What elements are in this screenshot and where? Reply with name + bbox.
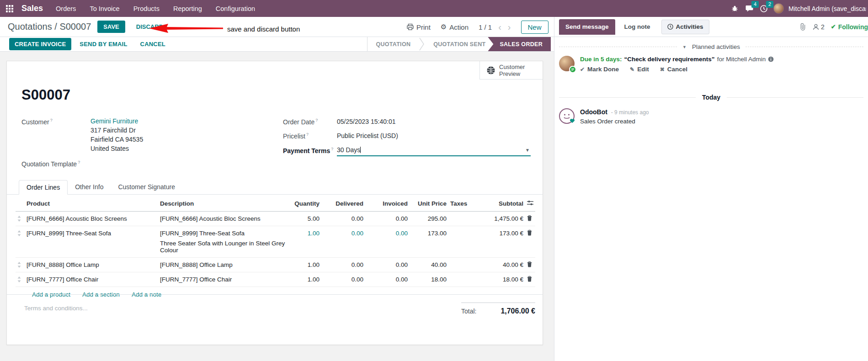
column-header-quantity[interactable]: Quantity	[291, 196, 321, 211]
new-button[interactable]: New	[521, 21, 548, 34]
pager-next-icon[interactable]: ›	[508, 22, 511, 32]
apps-grid-icon[interactable]	[6, 5, 13, 12]
cell-description[interactable]: [FURN_6666] Acoustic Bloc Screens	[158, 212, 291, 226]
cell-delivered[interactable]: 0.00	[321, 226, 365, 240]
cell-unit-price[interactable]: 295.00	[410, 212, 448, 226]
cell-invoiced[interactable]: 0.00	[365, 212, 410, 226]
payment-terms-input[interactable]: 30 Days ▼	[337, 146, 531, 156]
messages-icon[interactable]: 4	[744, 4, 754, 14]
tab-other-info[interactable]: Other Info	[68, 180, 111, 195]
log-note-button[interactable]: Log note	[618, 19, 657, 34]
edit-activity-button[interactable]: ✎Edit	[630, 66, 649, 73]
column-header-invoiced[interactable]: Invoiced	[365, 196, 410, 211]
cell-unit-price[interactable]: 40.00	[410, 258, 448, 272]
drag-handle-icon[interactable]	[16, 226, 25, 240]
cell-quantity[interactable]: 1.00	[291, 226, 321, 240]
pipeline-stage-quotation[interactable]: QUOTATION	[367, 37, 419, 51]
cell-product[interactable]: [FURN_7777] Office Chair	[25, 272, 158, 287]
order-line-row[interactable]: [FURN_6666] Acoustic Bloc Screens[FURN_6…	[16, 212, 535, 226]
column-header-taxes[interactable]: Taxes	[448, 196, 475, 211]
cell-invoiced[interactable]: 0.00	[365, 258, 410, 272]
following-button[interactable]: ✔ Following	[831, 23, 868, 31]
cell-quantity[interactable]: 1.00	[291, 258, 321, 272]
activities-button[interactable]: Activities	[661, 20, 709, 34]
delete-line-icon[interactable]	[525, 212, 535, 225]
cell-taxes[interactable]	[448, 226, 475, 234]
column-header-delivered[interactable]: Delivered	[321, 196, 365, 211]
drag-handle-icon[interactable]	[16, 212, 25, 225]
tab-customer-signature[interactable]: Customer Signature	[111, 180, 182, 195]
column-header-unit-price[interactable]: Unit Price	[410, 196, 448, 211]
tab-order-lines[interactable]: Order Lines	[19, 180, 68, 195]
collapse-caret-icon[interactable]: ▼	[682, 45, 687, 49]
menu-item-configuration[interactable]: Configuration	[216, 5, 255, 12]
cell-unit-price[interactable]: 173.00	[410, 226, 448, 240]
customer-preview-button[interactable]: Customer Preview	[479, 61, 543, 80]
dropdown-caret-icon[interactable]: ▼	[525, 148, 530, 153]
column-header-product[interactable]: Product	[25, 196, 158, 211]
drag-handle-icon[interactable]	[16, 258, 25, 271]
pager-prev-icon[interactable]: ‹	[498, 22, 501, 32]
menu-item-products[interactable]: Products	[133, 5, 160, 12]
order-line-row[interactable]: [FURN_8999] Three-Seat Sofa[FURN_8999] T…	[16, 226, 535, 258]
cell-product[interactable]: [FURN_8888] Office Lamp	[25, 258, 158, 272]
menu-item-to-invoice[interactable]: To Invoice	[90, 5, 119, 12]
cell-invoiced[interactable]: 0.00	[365, 272, 410, 287]
order-line-row[interactable]: [FURN_8888] Office Lamp[FURN_8888] Offic…	[16, 258, 535, 272]
debug-bug-icon[interactable]	[730, 4, 740, 14]
cell-invoiced[interactable]: 0.00	[365, 226, 410, 240]
cell-taxes[interactable]	[448, 212, 475, 219]
send-message-button[interactable]: Send message	[559, 19, 615, 35]
clock-icon	[667, 24, 673, 30]
cell-subtotal: 40.00 €	[475, 258, 525, 272]
mark-done-button[interactable]: ✔Mark Done	[580, 66, 619, 73]
activities-clock-icon[interactable]: 2	[759, 4, 769, 14]
cell-subtotal: 173.00 €	[475, 226, 525, 240]
cell-delivered[interactable]: 0.00	[321, 258, 365, 272]
delete-line-icon[interactable]	[525, 258, 535, 271]
order-date-value[interactable]: 05/25/2023 15:40:01	[337, 118, 395, 125]
breadcrumb[interactable]: Quotations / S00007	[8, 21, 91, 32]
user-avatar[interactable]	[773, 3, 784, 14]
cell-taxes[interactable]	[448, 258, 475, 265]
column-header-subtotal[interactable]: Subtotal	[475, 196, 525, 211]
info-icon[interactable]	[768, 56, 774, 62]
cell-quantity[interactable]: 1.00	[291, 272, 321, 287]
attachment-paperclip-icon[interactable]	[799, 23, 806, 31]
cell-taxes[interactable]	[448, 272, 475, 280]
cell-quantity[interactable]: 5.00	[291, 212, 321, 226]
delete-line-icon[interactable]	[525, 226, 535, 239]
cell-delivered[interactable]: 0.00	[321, 212, 365, 226]
cell-product[interactable]: [FURN_8999] Three-Seat Sofa	[25, 226, 158, 240]
cell-description[interactable]: [FURN_8999] Three-Seat SofaThree Seater …	[158, 226, 291, 257]
app-name[interactable]: Sales	[21, 4, 43, 13]
pricelist-value[interactable]: Public Pricelist (USD)	[337, 132, 398, 139]
save-button[interactable]: SAVE	[97, 21, 125, 33]
drag-handle-icon[interactable]	[16, 272, 25, 286]
cancel-button[interactable]: CANCEL	[136, 38, 170, 50]
cell-product[interactable]: [FURN_6666] Acoustic Bloc Screens	[25, 212, 158, 226]
menu-item-orders[interactable]: Orders	[56, 5, 76, 12]
pipeline-stage-quotation-sent[interactable]: QUOTATION SENT	[425, 37, 494, 51]
cell-delivered[interactable]: 0.00	[321, 272, 365, 287]
cell-description[interactable]: [FURN_7777] Office Chair	[158, 272, 291, 287]
menu-item-reporting[interactable]: Reporting	[173, 5, 202, 12]
cell-description[interactable]: [FURN_8888] Office Lamp	[158, 258, 291, 272]
terms-placeholder[interactable]: Terms and conditions...	[24, 305, 88, 312]
create-invoice-button[interactable]: CREATE INVOICE	[9, 38, 71, 50]
column-header-description[interactable]: Description	[158, 196, 291, 211]
planned-activities-label[interactable]: Planned activities	[692, 43, 740, 50]
pipeline-stage-sales-order[interactable]: SALES ORDER	[488, 37, 551, 51]
action-button[interactable]: ⚙ Action	[441, 23, 469, 31]
print-button[interactable]: Print	[407, 23, 431, 31]
cell-unit-price[interactable]: 18.00	[410, 272, 448, 287]
delete-line-icon[interactable]	[525, 272, 535, 286]
cancel-activity-button[interactable]: ✖Cancel	[660, 66, 687, 73]
message-author[interactable]: OdooBot	[580, 108, 607, 116]
order-line-row[interactable]: [FURN_7777] Office Chair[FURN_7777] Offi…	[16, 272, 535, 287]
user-name[interactable]: Mitchell Admin (save_discar	[788, 5, 866, 12]
customer-link[interactable]: Gemini Furniture	[91, 117, 143, 125]
optional-columns-icon[interactable]	[525, 196, 535, 210]
followers-button[interactable]: 2	[813, 23, 825, 31]
send-by-email-button[interactable]: SEND BY EMAIL	[75, 38, 132, 50]
